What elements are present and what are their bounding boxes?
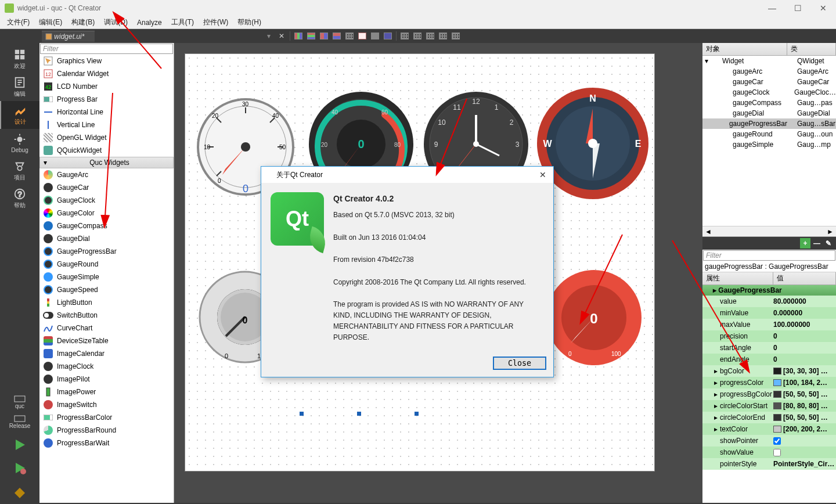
menu-edit[interactable]: 编辑(E): [34, 16, 67, 28]
prop-filter[interactable]: Filter: [703, 250, 835, 261]
tb-close[interactable]: ✕: [276, 30, 287, 42]
dialog-warranty: The program is provided AS IS with NO WA…: [333, 299, 544, 344]
object-row[interactable]: gaugeClockGaugeCloc…: [702, 87, 836, 98]
menu-file[interactable]: 文件(F): [2, 16, 34, 28]
property-row[interactable]: ▸progressColor [100, 184, 2…: [702, 377, 836, 388]
mode-help[interactable]: ?帮助: [0, 185, 39, 213]
layout-adjust-icon[interactable]: [382, 30, 394, 42]
mode-design[interactable]: 设计: [0, 101, 39, 129]
window-minimize[interactable]: —: [759, 0, 785, 16]
col-prop[interactable]: 属性: [702, 272, 773, 285]
col-object[interactable]: 对象: [702, 43, 787, 55]
selection-handle[interactable]: [357, 412, 361, 416]
prop-tool-button[interactable]: ✎: [823, 238, 834, 249]
mode-debug[interactable]: Debug: [0, 129, 39, 157]
close-icon[interactable]: ✕: [536, 170, 550, 179]
property-row[interactable]: value80.000000: [702, 296, 836, 307]
menu-tools[interactable]: 工具(T): [167, 16, 199, 28]
window-title: widget.ui - quc - Qt Creator: [17, 4, 101, 12]
selection-handle[interactable]: [300, 412, 304, 416]
property-row[interactable]: ▸bgColor [30, 30, 30] …: [702, 365, 836, 377]
checkbox[interactable]: [773, 437, 781, 445]
layout-hsplit-icon[interactable]: [318, 30, 330, 42]
svg-text:10: 10: [438, 118, 446, 127]
widget-item: ImagePower: [39, 386, 174, 398]
menu-analyze[interactable]: Analyze: [132, 17, 167, 28]
run-button[interactable]: [0, 433, 39, 456]
property-row[interactable]: ▸progressBgColor [50, 50, 50] …: [702, 388, 836, 400]
widget-filter[interactable]: Filter: [40, 44, 173, 54]
grid-d-icon[interactable]: [437, 30, 449, 42]
property-row[interactable]: pointerStylePointerStyle_Cir…: [702, 458, 836, 470]
kit-selector[interactable]: quc: [0, 394, 39, 413]
layout-grid-icon[interactable]: [344, 30, 355, 42]
window-close[interactable]: ✕: [810, 0, 836, 16]
widget-list[interactable]: Graphics View 12Calendar Widget 42LCD Nu…: [39, 55, 174, 503]
gauge-simple-widget[interactable]: 0 0100: [542, 265, 646, 370]
app-icon: [5, 3, 14, 13]
mode-welcome[interactable]: 欢迎: [0, 45, 39, 73]
property-row[interactable]: ▸textColor [200, 200, 2…: [702, 423, 836, 435]
layout-vsplit-icon[interactable]: [331, 30, 343, 42]
property-row[interactable]: showValue: [702, 447, 836, 458]
object-row[interactable]: ▾WidgetQWidget: [702, 56, 836, 66]
dialog-titlebar[interactable]: 关于Qt Creator ✕: [261, 167, 553, 183]
menu-bar: 文件(F) 编辑(E) 构建(B) 调试(D) Analyze 工具(T) 控件…: [0, 16, 836, 29]
property-row[interactable]: endAngle0: [702, 354, 836, 365]
svg-rect-23: [47, 301, 49, 304]
mode-projects[interactable]: 项目: [0, 157, 39, 185]
widget-item: 42LCD Number: [39, 80, 174, 93]
close-button[interactable]: Close: [493, 357, 546, 370]
property-row[interactable]: showPointer: [702, 435, 836, 447]
category-quc[interactable]: ▾Quc Widgets: [39, 157, 174, 168]
checkbox[interactable]: [773, 449, 781, 456]
debug-run-button[interactable]: [0, 456, 39, 480]
window-maximize[interactable]: ☐: [785, 0, 810, 16]
object-row[interactable]: gaugeCarGaugeCar: [702, 77, 836, 87]
scroll-h[interactable]: ◄►: [702, 226, 836, 236]
prop-category[interactable]: ▸ GaugeProgressBar: [702, 285, 836, 296]
svg-text:40: 40: [272, 113, 279, 119]
property-row[interactable]: precision0: [702, 330, 836, 342]
layout-h-icon[interactable]: [293, 30, 304, 42]
object-row[interactable]: gaugeSimpleGaug…mp: [702, 139, 836, 150]
object-row[interactable]: gaugeDialGaugeDial: [702, 108, 836, 118]
menu-help[interactable]: 帮助(H): [233, 16, 266, 28]
grid-e-icon[interactable]: [450, 30, 462, 42]
svg-rect-10: [15, 396, 25, 402]
property-row[interactable]: ▸circleColorEnd [50, 50, 50] …: [702, 412, 836, 423]
document-tab[interactable]: widget.ui*: [42, 31, 95, 42]
build-button[interactable]: [0, 480, 39, 503]
prop-add-button[interactable]: +: [800, 238, 810, 249]
property-row[interactable]: minValue0.000000: [702, 307, 836, 319]
grid-a-icon[interactable]: [399, 30, 410, 42]
property-grid: ▸ GaugeProgressBar value80.000000minValu…: [702, 285, 836, 503]
layout-break-icon[interactable]: [369, 30, 381, 42]
layout-v-icon[interactable]: [305, 30, 317, 42]
tb-back[interactable]: ▾: [263, 30, 275, 42]
widget-item: GaugeSimple: [39, 271, 174, 283]
grid-c-icon[interactable]: [424, 30, 436, 42]
svg-text:80: 80: [394, 142, 401, 148]
object-row[interactable]: gaugeProgressBarGaug…sBar: [702, 118, 836, 129]
property-row[interactable]: ▸circleColorStart [80, 80, 80] …: [702, 400, 836, 412]
grid-b-icon[interactable]: [412, 30, 423, 42]
col-val[interactable]: 值: [773, 272, 836, 285]
svg-point-70: [473, 141, 479, 147]
prop-remove-button[interactable]: —: [812, 238, 822, 249]
property-row[interactable]: maxValue100.000000: [702, 319, 836, 330]
object-row[interactable]: gaugeRoundGaug…oun: [702, 129, 836, 139]
menu-debug[interactable]: 调试(D): [99, 16, 132, 28]
property-row[interactable]: startAngle0: [702, 342, 836, 354]
object-row[interactable]: gaugeCompassGaug…pas: [702, 98, 836, 108]
menu-build[interactable]: 构建(B): [67, 16, 99, 28]
chevron-down-icon: ▾: [44, 159, 47, 167]
svg-rect-11: [15, 416, 25, 422]
menu-widgets[interactable]: 控件(W): [199, 16, 233, 28]
build-config[interactable]: Release: [0, 413, 39, 433]
selection-handle[interactable]: [415, 412, 419, 416]
col-class[interactable]: 类: [787, 43, 836, 55]
object-row[interactable]: gaugeArcGaugeArc: [702, 66, 836, 77]
mode-edit[interactable]: 编辑: [0, 73, 39, 101]
layout-form-icon[interactable]: [356, 30, 368, 42]
